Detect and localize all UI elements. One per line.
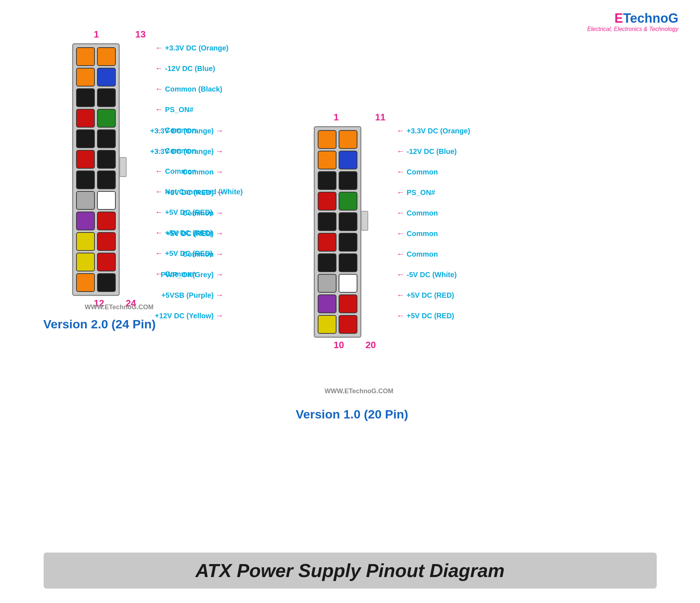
pin-label: ← Common (Black) bbox=[155, 84, 222, 94]
watermark-24: WWW.ETechnoG.COM bbox=[85, 303, 154, 311]
pin-label: ← -12V DC (Blue) bbox=[397, 147, 457, 156]
pin-black bbox=[76, 170, 95, 189]
connector-24pin bbox=[72, 43, 120, 296]
pin-label: ← PS_ON# bbox=[397, 188, 435, 197]
pin-red bbox=[318, 233, 336, 252]
pin-gray bbox=[76, 191, 95, 210]
pin-label: +5VSB (Purple) → bbox=[161, 291, 224, 300]
connector-notch-20 bbox=[361, 211, 368, 231]
pin-purple bbox=[76, 212, 95, 230]
pin-label: Common → bbox=[182, 167, 224, 177]
pin-label: PWR_OK(Grey) → bbox=[161, 270, 224, 279]
pin-label: ← Common bbox=[397, 229, 438, 238]
pin-label: Common → bbox=[182, 249, 224, 259]
pin-black bbox=[318, 171, 336, 190]
pin-label: Common → bbox=[182, 208, 224, 218]
pin-label: ← +5V DC (RED) bbox=[397, 311, 454, 320]
pin-label: ← -5V DC (White) bbox=[397, 270, 457, 279]
pin-num-10: 10 bbox=[334, 340, 344, 351]
pin-orange bbox=[318, 130, 336, 149]
watermark-20: WWW.ETechnoG.COM bbox=[325, 387, 393, 395]
pin-blue bbox=[97, 68, 116, 87]
pin-red bbox=[97, 232, 116, 251]
logo-technog: TechnoG bbox=[623, 11, 678, 26]
logo-subtitle: Electrical, Electronics & Technology bbox=[587, 26, 678, 32]
pin-label: ← +3.3V DC (Orange) bbox=[397, 126, 470, 136]
pin-purple bbox=[318, 294, 336, 313]
pin-yellow bbox=[76, 253, 95, 271]
pin-red bbox=[97, 253, 116, 271]
pin-black bbox=[97, 150, 116, 169]
pin-label: +12V DC (Yellow) → bbox=[155, 311, 224, 320]
pin-red bbox=[339, 294, 357, 313]
pin-label: ← -12V DC (Blue) bbox=[155, 64, 215, 73]
pin-red bbox=[76, 109, 95, 128]
pin-orange bbox=[339, 130, 357, 149]
logo-e: E bbox=[615, 11, 623, 26]
pin-red bbox=[318, 192, 336, 210]
pin-label: ← PS_ON# bbox=[155, 105, 193, 114]
pin-num-20: 20 bbox=[365, 340, 376, 351]
pin-black bbox=[97, 88, 116, 107]
pin-label: ← +5V DC (RED) bbox=[397, 291, 454, 300]
right-col-24 bbox=[97, 47, 116, 292]
pin-orange bbox=[318, 151, 336, 169]
pin-red bbox=[76, 150, 95, 169]
pin-red bbox=[97, 212, 116, 230]
pin-black bbox=[76, 88, 95, 107]
version-20-label: Version 1.0 (20 Pin) bbox=[296, 407, 408, 421]
bottom-title: ATX Power Supply Pinout Diagram bbox=[44, 553, 657, 589]
pin-blue bbox=[339, 151, 357, 169]
pin-label: +5V DC (RED) → bbox=[166, 188, 224, 197]
pin-label: ← +3.3V DC (Orange) bbox=[155, 43, 229, 53]
pin-orange bbox=[76, 47, 95, 66]
pin-gray bbox=[318, 274, 336, 293]
left-col-20 bbox=[318, 130, 336, 334]
pin-red bbox=[339, 315, 357, 334]
pin-label: +5V DC (RED) → bbox=[166, 229, 224, 238]
pin-black bbox=[97, 273, 116, 292]
pin-orange bbox=[97, 47, 116, 66]
pin-black bbox=[339, 253, 357, 272]
pin-black bbox=[339, 171, 357, 190]
pin-num-13: 13 bbox=[135, 29, 146, 40]
right-col-20 bbox=[339, 130, 357, 334]
pin-num-1-20: 1 bbox=[334, 112, 339, 123]
pin-label: +3.3V DC (Orange) → bbox=[150, 126, 224, 136]
pin-black bbox=[318, 212, 336, 231]
pin-num-11-20: 11 bbox=[375, 112, 386, 123]
pin-black bbox=[97, 129, 116, 148]
pin-label: +3.3V DC (Orange) → bbox=[150, 147, 224, 156]
pin-green bbox=[97, 109, 116, 128]
pin-black bbox=[318, 253, 336, 272]
left-col-24 bbox=[76, 47, 95, 292]
version-24-label: Version 2.0 (24 Pin) bbox=[43, 317, 156, 331]
connector-notch bbox=[119, 157, 127, 177]
connector-20pin bbox=[314, 126, 361, 338]
pin-black bbox=[76, 129, 95, 148]
logo: ETechnoG Electrical, Electronics & Techn… bbox=[587, 11, 678, 32]
title-text: ATX Power Supply Pinout Diagram bbox=[195, 560, 505, 581]
pin-label: ← Common bbox=[397, 208, 438, 218]
pin-yellow bbox=[76, 232, 95, 251]
pin-white bbox=[339, 274, 357, 293]
pin-num-1: 1 bbox=[94, 29, 99, 40]
pin-green bbox=[339, 192, 357, 210]
pin-black bbox=[97, 170, 116, 189]
pin-white bbox=[97, 191, 116, 210]
pin-black bbox=[339, 212, 357, 231]
pin-orange bbox=[76, 68, 95, 87]
pin-label: ← Common bbox=[397, 167, 438, 177]
pin-yellow bbox=[318, 315, 336, 334]
pin-orange bbox=[76, 273, 95, 292]
pin-label: ← Common bbox=[397, 249, 438, 259]
pin-black bbox=[339, 233, 357, 252]
